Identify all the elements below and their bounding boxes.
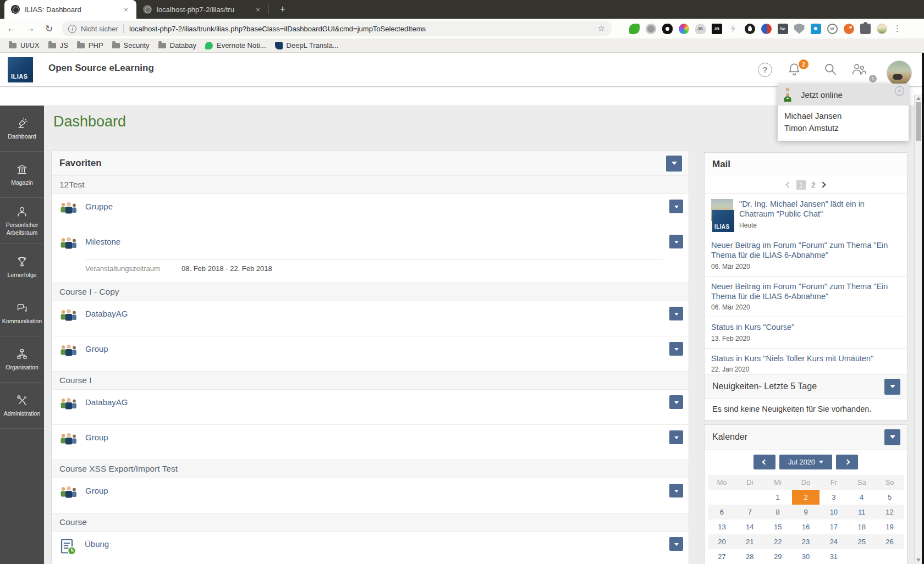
back-button[interactable]: ← bbox=[4, 21, 19, 36]
mail-title-link[interactable]: Neuer Beitrag im Forum "Forum" zum Thema… bbox=[711, 240, 900, 261]
bookmark-folder-databay[interactable]: Databay bbox=[158, 41, 196, 49]
item-actions-button[interactable] bbox=[669, 235, 683, 248]
forward-button[interactable]: → bbox=[23, 21, 37, 36]
pagination-prev-icon[interactable] bbox=[785, 181, 791, 187]
site-info-icon[interactable]: i bbox=[68, 25, 76, 33]
item-actions-button[interactable] bbox=[669, 395, 683, 409]
new-tab-button[interactable]: + bbox=[274, 2, 291, 17]
calendar-day[interactable]: 1 bbox=[764, 490, 792, 505]
calendar-day[interactable]: 22 bbox=[764, 534, 792, 549]
bookmark-folder-php[interactable]: PHP bbox=[77, 41, 103, 49]
reload-button[interactable]: ↻ bbox=[42, 21, 56, 36]
calendar-day[interactable]: 8 bbox=[764, 505, 792, 519]
calendar-day[interactable]: 17 bbox=[820, 519, 848, 534]
favorites-collapse-button[interactable] bbox=[666, 156, 682, 172]
calendar-day[interactable]: 18 bbox=[848, 519, 876, 534]
calendar-day[interactable]: 25 bbox=[848, 534, 876, 549]
item-actions-button[interactable] bbox=[669, 430, 683, 444]
item-actions-button[interactable] bbox=[669, 307, 683, 320]
close-icon[interactable]: × bbox=[895, 86, 904, 96]
calendar-day[interactable]: 28 bbox=[736, 549, 764, 564]
online-user[interactable]: Timon Amstutz bbox=[784, 122, 902, 134]
calendar-day[interactable]: 20 bbox=[708, 534, 736, 549]
calendar-day[interactable]: 30 bbox=[792, 549, 820, 564]
mail-title-link[interactable]: "Dr. Ing. Michael Jansen" lädt ein in Ch… bbox=[739, 199, 900, 219]
scroll-down-arrow[interactable] bbox=[916, 559, 921, 562]
calendar-day[interactable]: 31 bbox=[820, 549, 848, 564]
calendar-day[interactable]: 23 bbox=[792, 534, 820, 549]
online-users-icon[interactable] bbox=[850, 62, 868, 77]
calendar-day[interactable]: 16 bbox=[792, 519, 820, 534]
user-avatar[interactable] bbox=[887, 60, 912, 86]
extension-bug-icon[interactable] bbox=[629, 24, 640, 34]
calendar-prev-button[interactable] bbox=[754, 455, 776, 469]
extension-flame-icon[interactable] bbox=[745, 24, 755, 34]
item-actions-button[interactable] bbox=[669, 342, 683, 356]
extension-puzzle-icon[interactable] bbox=[860, 24, 871, 34]
address-bar[interactable]: i Nicht sicher localhost-php7-2/ilias/tr… bbox=[62, 21, 612, 36]
sidebar-item-lernerfolge[interactable]: Lernerfolge bbox=[0, 244, 44, 290]
calendar-day-selected[interactable]: 2 bbox=[792, 490, 820, 505]
extension-orange-icon[interactable] bbox=[844, 24, 854, 34]
extension-gear-icon[interactable] bbox=[646, 24, 656, 34]
item-link[interactable]: Übung bbox=[85, 539, 109, 549]
tab-localhost[interactable]: localhost-php7-2/ilias/tru × bbox=[136, 0, 268, 19]
item-link[interactable]: Group bbox=[85, 433, 108, 442]
search-icon[interactable] bbox=[823, 62, 838, 77]
bookmark-folder-security[interactable]: Security bbox=[112, 41, 150, 49]
calendar-next-button[interactable] bbox=[836, 455, 858, 469]
calendar-day[interactable]: 19 bbox=[876, 519, 904, 534]
extension-lightning-icon[interactable] bbox=[728, 24, 739, 34]
pagination-next-icon[interactable] bbox=[820, 181, 826, 187]
news-collapse-button[interactable] bbox=[884, 379, 900, 395]
item-link[interactable]: Group bbox=[85, 344, 108, 353]
extension-camera-icon[interactable] bbox=[679, 24, 689, 34]
sidebar-item-dashboard[interactable]: Dashboard bbox=[0, 106, 44, 152]
item-link[interactable]: Milestone bbox=[85, 237, 120, 246]
calendar-day[interactable]: 5 bbox=[876, 490, 904, 505]
calendar-day[interactable]: 3 bbox=[820, 490, 848, 505]
calendar-day[interactable]: 29 bbox=[764, 549, 792, 564]
url-text[interactable]: localhost-php7-2/ilias/trunk/ilias.php?b… bbox=[129, 25, 593, 33]
help-icon[interactable]: ? bbox=[758, 63, 772, 77]
item-actions-button[interactable] bbox=[669, 484, 683, 497]
calendar-day[interactable]: 14 bbox=[736, 519, 764, 534]
extension-eye-icon[interactable] bbox=[662, 24, 673, 34]
online-user[interactable]: Michael Jansen bbox=[784, 110, 902, 122]
calendar-day[interactable]: 10 bbox=[820, 505, 848, 519]
bookmark-folder-js[interactable]: JS bbox=[48, 41, 68, 49]
mail-title-link[interactable]: Neuer Beitrag im Forum "Forum" zum Thema… bbox=[711, 281, 900, 302]
pagination-page-1[interactable]: 1 bbox=[796, 180, 806, 190]
pagination-page-2[interactable]: 2 bbox=[811, 181, 815, 189]
sidebar-item-organisation[interactable]: Organisation bbox=[0, 336, 44, 383]
item-link[interactable]: DatabayAG bbox=[85, 309, 128, 318]
mail-title-link[interactable]: Status in Kurs "Niels Toller Kurs mit Um… bbox=[711, 353, 900, 363]
calendar-collapse-button[interactable] bbox=[884, 429, 900, 445]
calendar-day[interactable]: 15 bbox=[764, 519, 792, 534]
item-link[interactable]: Gruppe bbox=[85, 202, 113, 211]
tab-close-icon[interactable]: × bbox=[121, 4, 131, 14]
calendar-day[interactable]: 4 bbox=[848, 490, 876, 505]
item-link[interactable]: DatabayAG bbox=[85, 397, 128, 407]
calendar-day[interactable]: 26 bbox=[876, 534, 904, 549]
calendar-day[interactable]: 24 bbox=[820, 534, 848, 549]
profile-avatar[interactable] bbox=[877, 24, 887, 34]
sidebar-item-kommunikation[interactable]: Kommunikation bbox=[0, 290, 44, 336]
mail-title-link[interactable]: Status in Kurs "Course" bbox=[711, 322, 900, 332]
item-link[interactable]: Group bbox=[85, 486, 108, 495]
bookmark-folder-uiux[interactable]: UI/UX bbox=[9, 41, 40, 49]
sidebar-item-magazin[interactable]: Magazin bbox=[0, 152, 44, 198]
extension-shield-icon[interactable] bbox=[794, 24, 805, 34]
calendar-month-button[interactable]: Jul 2020 bbox=[779, 455, 832, 469]
extension-js-icon[interactable]: JS bbox=[695, 24, 706, 34]
scroll-up-arrow[interactable] bbox=[916, 97, 921, 100]
scrollbar-thumb[interactable] bbox=[916, 102, 921, 141]
calendar-day[interactable]: 21 bbox=[736, 534, 764, 549]
bookmark-evernote[interactable]: Evernote Noti... bbox=[205, 41, 266, 49]
bookmark-star-icon[interactable]: ☆ bbox=[598, 24, 605, 34]
extension-accessibility-icon[interactable] bbox=[761, 24, 772, 34]
browser-menu-icon[interactable]: ⋮ bbox=[893, 24, 901, 34]
page-scrollbar[interactable] bbox=[914, 95, 922, 564]
extension-jetbrains-icon[interactable]: JB bbox=[712, 24, 722, 34]
sidebar-item-administration[interactable]: Administration bbox=[0, 383, 44, 429]
